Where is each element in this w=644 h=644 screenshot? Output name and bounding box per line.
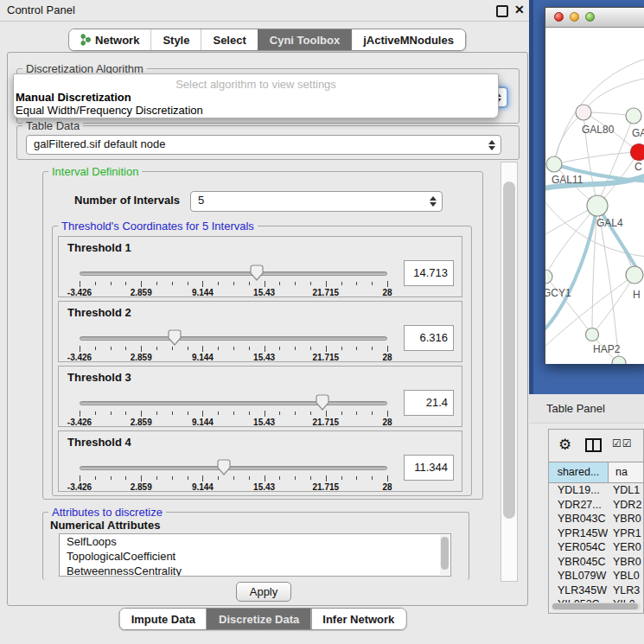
dropdown-option-manual-discretization[interactable]: Manual Discretization (14, 91, 498, 104)
close-icon[interactable]: ✕ (514, 3, 525, 16)
tab-jactivemnodules[interactable]: jActiveMNodules (351, 29, 465, 50)
cell-shared-name[interactable]: YDL19... (549, 483, 608, 498)
slider-tick (341, 282, 342, 285)
threshold-value-field[interactable]: 11.344 (404, 455, 454, 481)
slider-tick (279, 411, 280, 415)
cell-shared-name[interactable]: YBR045C (549, 555, 608, 570)
slider-track[interactable] (80, 466, 387, 470)
slider-tick-label: 21.715 (313, 418, 340, 427)
cell-shared-name[interactable]: YPR145W (549, 526, 608, 541)
network-node-partial-top[interactable] (626, 108, 641, 124)
network-node-hap2[interactable] (586, 328, 599, 341)
split-columns-icon[interactable] (585, 438, 602, 452)
cell-shared-name[interactable]: YBL079W (549, 569, 608, 583)
cell-name[interactable]: YDL1 (608, 483, 643, 498)
slider-track[interactable] (80, 271, 387, 276)
slider-tick (188, 411, 188, 415)
threshold-value-field[interactable]: 21.4 (404, 390, 454, 416)
tab-discretize-data[interactable]: Discretize Data (207, 609, 310, 629)
cell-name[interactable]: YBL0 (608, 569, 643, 583)
table-scrollbar-thumb[interactable] (552, 603, 638, 609)
numerical-attributes-list[interactable]: SelfLoopsTopologicalCoefficientBetweenne… (59, 533, 451, 577)
dropdown-option-equal-width-frequency-discretization[interactable]: Equal Width/Frequency Discretization (14, 104, 498, 117)
network-canvas[interactable]: GAL80 GA C GAL11 GAL4 GCY1 H HAP2 (545, 28, 644, 364)
threshold-slider[interactable]: -3.4262.8599.14415.4321.71528 (80, 268, 387, 296)
table-row[interactable]: YBR043CYBR0 (549, 512, 643, 526)
table-row[interactable]: YDL19...YDL1 (549, 483, 643, 498)
table-row[interactable]: YBL079WYBL0 (549, 569, 643, 583)
zoom-traffic-light[interactable] (585, 12, 595, 22)
cell-name[interactable]: YDR2 (608, 498, 643, 513)
minimize-traffic-light[interactable] (570, 12, 579, 22)
apply-button[interactable]: Apply (236, 582, 291, 602)
gear-icon[interactable]: ⚙ (558, 436, 571, 454)
list-scrollbar-thumb[interactable] (441, 537, 449, 570)
network-node-gcy1[interactable] (545, 270, 552, 284)
slider-tick (372, 411, 373, 415)
attribute-item-betweennesscentrality[interactable]: BetweennessCentrality (60, 564, 450, 577)
slider-tick (326, 281, 327, 287)
slider-thumb[interactable] (168, 329, 182, 349)
cell-name[interactable]: YBR0 (608, 555, 643, 570)
node-label-partial-top: GA (632, 127, 644, 139)
slider-thumb[interactable] (217, 459, 231, 479)
tab-cyni-toolbox[interactable]: Cyni Toolbox (258, 29, 351, 50)
cell-name[interactable]: YPR1 (608, 526, 643, 541)
cell-shared-name[interactable]: YDR27... (549, 498, 608, 513)
network-node-gal4[interactable] (587, 195, 608, 216)
threshold-slider[interactable]: -3.4262.8599.14415.4321.71528 (80, 398, 387, 425)
slider-tick (249, 411, 250, 415)
tab-impute-data[interactable]: Impute Data (120, 609, 207, 629)
tab-label: Style (163, 34, 189, 47)
node-label-hap2: HAP2 (593, 343, 621, 355)
cell-name[interactable]: YLR3 (608, 583, 643, 598)
slider-track[interactable] (80, 401, 387, 405)
slider-track[interactable] (80, 336, 387, 341)
attribute-item-topologicalcoefficient[interactable]: TopologicalCoefficient (60, 549, 450, 564)
select-columns-icon[interactable]: ☑☑ (612, 437, 633, 450)
network-node-right[interactable] (626, 266, 643, 284)
table-horizontal-scrollbar[interactable] (552, 603, 641, 610)
attribute-item-selfloops[interactable]: SelfLoops (60, 534, 450, 549)
tab-style[interactable]: Style (150, 29, 201, 50)
table-row[interactable]: YER054CYER0 (549, 540, 643, 555)
table-row[interactable]: YBR045CYBR0 (549, 555, 643, 570)
cell-shared-name[interactable]: YBR043C (549, 512, 608, 526)
network-node-gal11[interactable] (546, 156, 562, 172)
slider-thumb[interactable] (316, 394, 329, 414)
cell-name[interactable]: YER0 (608, 540, 643, 555)
close-traffic-light[interactable] (554, 12, 564, 22)
panel-scrollbar-thumb[interactable] (503, 182, 515, 519)
network-node-red[interactable] (631, 144, 644, 161)
slider-tick (218, 282, 219, 285)
table-row[interactable]: YLR345WYLR3 (549, 583, 643, 598)
threshold-slider[interactable]: -3.4262.8599.14415.4321.71528 (80, 462, 387, 490)
slider-tick (156, 347, 157, 350)
tab-label: Cyni Toolbox (270, 34, 340, 47)
column-header-shared[interactable]: shared... (549, 462, 609, 482)
list-scrollbar[interactable] (440, 535, 450, 575)
num-intervals-select[interactable]: 5 (190, 191, 443, 212)
cell-shared-name[interactable]: YER054C (549, 540, 608, 555)
tab-select[interactable]: Select (201, 29, 257, 50)
threshold-value-field[interactable]: 6.316 (404, 325, 454, 351)
tab-infer-network[interactable]: Infer Network (310, 609, 405, 629)
cell-name[interactable]: YBR0 (608, 512, 643, 526)
table-row[interactable]: YDR27...YDR2 (549, 498, 643, 513)
network-node-bottom[interactable] (612, 356, 626, 364)
panel-scrollbar[interactable] (501, 162, 518, 582)
tab-network[interactable]: Network (69, 29, 150, 50)
slider-thumb[interactable] (250, 265, 264, 284)
threshold-value-field[interactable]: 14.713 (404, 260, 454, 286)
float-window-icon[interactable] (496, 5, 508, 17)
network-node-gal80[interactable] (576, 105, 591, 120)
slider-tick-label: 2.859 (131, 482, 152, 492)
threshold-slider[interactable]: -3.4262.8599.14415.4321.71528 (80, 333, 387, 360)
slider-tick (233, 411, 234, 415)
threshold-row-1: Threshold 1-3.4262.8599.14415.4321.71528… (58, 236, 462, 297)
table-data-select[interactable]: galFiltered.sif default node (26, 135, 501, 155)
cell-shared-name[interactable]: YLR345W (549, 583, 608, 598)
column-header-name[interactable]: na (609, 462, 643, 482)
table-row[interactable]: YPR145WYPR1 (549, 526, 643, 541)
slider-tick-label: 21.715 (313, 482, 340, 492)
